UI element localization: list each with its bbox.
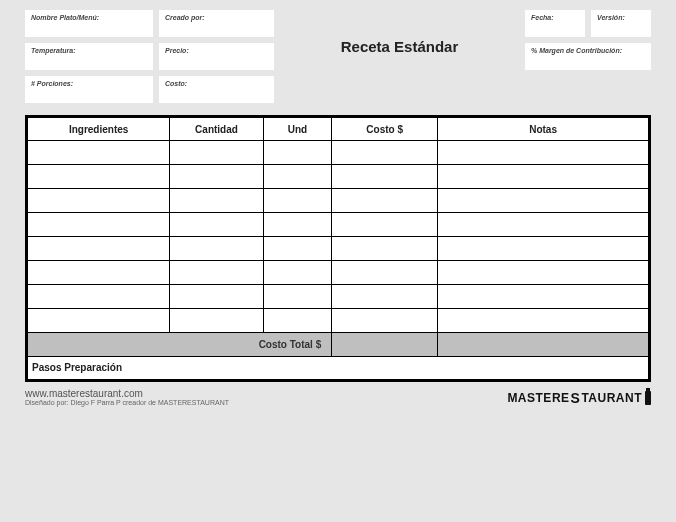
page-title: Receta Estándar <box>284 38 515 55</box>
prep-row: Pasos Preparación <box>27 357 650 381</box>
table-header-row: Ingredientes Cantidad Und Costo $ Notas <box>27 117 650 141</box>
logo-text-s: S <box>571 390 581 406</box>
total-row: Costo Total $ <box>27 333 650 357</box>
recipe-table: Ingredientes Cantidad Und Costo $ Notas … <box>25 115 651 382</box>
field-precio[interactable]: Precio: <box>159 43 274 70</box>
table-row[interactable] <box>27 261 650 285</box>
col-header-costo: Costo $ <box>332 117 438 141</box>
page-footer: www.masterestaurant.com Diseñado por: Di… <box>25 388 651 406</box>
col-header-cantidad: Cantidad <box>170 117 263 141</box>
col-header-ingredientes: Ingredientes <box>27 117 170 141</box>
field-margen[interactable]: % Margen de Contribución: <box>525 43 651 70</box>
field-creado-por[interactable]: Creado por: <box>159 10 274 37</box>
tower-icon <box>645 391 651 405</box>
total-label: Costo Total $ <box>27 333 332 357</box>
prep-label: Pasos Preparación <box>32 362 644 373</box>
header-fields-row: Nombre Plato/Menú: Creado por: Temperatu… <box>25 10 651 103</box>
left-field-group: Nombre Plato/Menú: Creado por: Temperatu… <box>25 10 274 103</box>
table-row[interactable] <box>27 309 650 333</box>
col-header-notas: Notas <box>438 117 650 141</box>
table-row[interactable] <box>27 141 650 165</box>
logo-text-b: TAURANT <box>581 391 642 405</box>
table-row[interactable] <box>27 213 650 237</box>
field-porciones[interactable]: # Porciones: <box>25 76 153 103</box>
field-fecha[interactable]: Fecha: <box>525 10 585 37</box>
field-nombre-plato[interactable]: Nombre Plato/Menú: <box>25 10 153 37</box>
right-field-group: Fecha: Versión: % Margen de Contribución… <box>525 10 651 70</box>
table-row[interactable] <box>27 189 650 213</box>
field-version[interactable]: Versión: <box>591 10 651 37</box>
brand-logo: MASTERESTAURANT <box>507 390 651 406</box>
total-notes <box>438 333 650 357</box>
total-value[interactable] <box>332 333 438 357</box>
footer-url: www.masterestaurant.com <box>25 388 229 399</box>
footer-credit: Diseñado por: Diego F Parra P creador de… <box>25 399 229 406</box>
col-header-und: Und <box>263 117 332 141</box>
field-costo[interactable]: Costo: <box>159 76 274 103</box>
table-row[interactable] <box>27 285 650 309</box>
table-row[interactable] <box>27 237 650 261</box>
logo-text-a: MASTERE <box>507 391 569 405</box>
field-temperatura[interactable]: Temperatura: <box>25 43 153 70</box>
page-title-area: Receta Estándar <box>284 10 515 55</box>
table-row[interactable] <box>27 165 650 189</box>
